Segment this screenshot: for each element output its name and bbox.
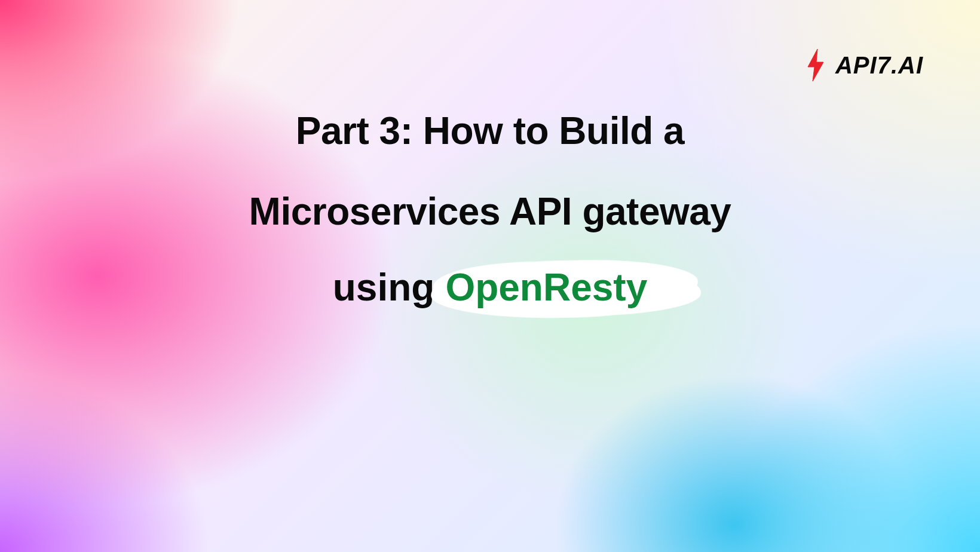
title-line-2: Microservices API gateway — [108, 185, 872, 239]
logo-text: API7.AI — [835, 52, 923, 79]
title-block: Part 3: How to Build a Microservices API… — [0, 105, 980, 309]
title-line-3: using OpenResty — [333, 265, 648, 309]
lightning-icon — [804, 48, 827, 82]
highlight-container: OpenResty — [445, 265, 647, 309]
brand-logo: API7.AI — [804, 48, 923, 82]
highlight-word: OpenResty — [445, 266, 647, 309]
title-line-1: Part 3: How to Build a — [108, 105, 872, 158]
title-prefix: using — [333, 265, 435, 309]
